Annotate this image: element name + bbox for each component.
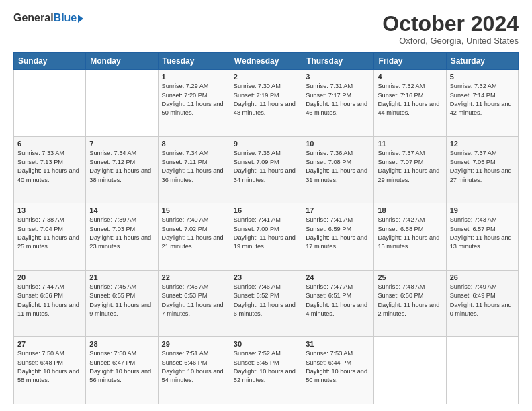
day-info: Sunrise: 7:32 AM Sunset: 7:14 PM Dayligh… bbox=[450, 82, 515, 118]
day-number: 17 bbox=[306, 206, 370, 214]
day-number: 9 bbox=[234, 140, 298, 148]
day-number: 28 bbox=[89, 340, 154, 348]
day-info: Sunrise: 7:29 AM Sunset: 7:20 PM Dayligh… bbox=[162, 82, 226, 118]
day-number: 20 bbox=[17, 273, 82, 281]
calendar-week-row: 1Sunrise: 7:29 AM Sunset: 7:20 PM Daylig… bbox=[14, 70, 519, 137]
day-number: 4 bbox=[378, 73, 442, 81]
table-row: 1Sunrise: 7:29 AM Sunset: 7:20 PM Daylig… bbox=[158, 70, 230, 137]
day-number: 8 bbox=[162, 140, 226, 148]
table-row: 4Sunrise: 7:32 AM Sunset: 7:16 PM Daylig… bbox=[374, 70, 446, 137]
day-number: 3 bbox=[306, 73, 370, 81]
day-number: 31 bbox=[306, 340, 370, 348]
day-info: Sunrise: 7:45 AM Sunset: 6:55 PM Dayligh… bbox=[89, 283, 154, 318]
day-info: Sunrise: 7:37 AM Sunset: 7:07 PM Dayligh… bbox=[378, 149, 442, 185]
table-row: 23Sunrise: 7:46 AM Sunset: 6:52 PM Dayli… bbox=[230, 270, 302, 337]
logo-general-text: General bbox=[13, 12, 54, 24]
calendar-week-row: 13Sunrise: 7:38 AM Sunset: 7:04 PM Dayli… bbox=[14, 203, 519, 271]
location-text: Oxford, Georgia, United States bbox=[382, 36, 519, 46]
day-number: 18 bbox=[378, 206, 442, 214]
day-number: 14 bbox=[89, 206, 154, 214]
month-title: October 2024 bbox=[382, 12, 519, 36]
table-row: 10Sunrise: 7:36 AM Sunset: 7:08 PM Dayli… bbox=[302, 136, 374, 203]
table-row: 21Sunrise: 7:45 AM Sunset: 6:55 PM Dayli… bbox=[86, 270, 158, 337]
day-info: Sunrise: 7:47 AM Sunset: 6:51 PM Dayligh… bbox=[306, 283, 370, 318]
table-row bbox=[86, 70, 158, 137]
day-info: Sunrise: 7:39 AM Sunset: 7:03 PM Dayligh… bbox=[89, 216, 154, 251]
day-info: Sunrise: 7:34 AM Sunset: 7:11 PM Dayligh… bbox=[162, 149, 226, 185]
logo: General Blue bbox=[13, 12, 83, 24]
logo-arrow-icon bbox=[78, 15, 83, 23]
day-number: 25 bbox=[378, 273, 442, 281]
day-info: Sunrise: 7:33 AM Sunset: 7:13 PM Dayligh… bbox=[17, 149, 82, 185]
table-row: 30Sunrise: 7:52 AM Sunset: 6:45 PM Dayli… bbox=[230, 337, 302, 404]
header-tuesday: Tuesday bbox=[158, 53, 230, 70]
table-row: 3Sunrise: 7:31 AM Sunset: 7:17 PM Daylig… bbox=[302, 70, 374, 137]
calendar-week-row: 20Sunrise: 7:44 AM Sunset: 6:56 PM Dayli… bbox=[14, 270, 519, 337]
table-row: 27Sunrise: 7:50 AM Sunset: 6:48 PM Dayli… bbox=[14, 337, 86, 404]
day-number: 26 bbox=[450, 273, 515, 281]
day-info: Sunrise: 7:46 AM Sunset: 6:52 PM Dayligh… bbox=[234, 283, 298, 318]
day-info: Sunrise: 7:50 AM Sunset: 6:47 PM Dayligh… bbox=[89, 349, 154, 385]
day-number: 12 bbox=[450, 140, 515, 148]
day-info: Sunrise: 7:41 AM Sunset: 7:00 PM Dayligh… bbox=[234, 216, 298, 251]
day-info: Sunrise: 7:45 AM Sunset: 6:53 PM Dayligh… bbox=[162, 283, 226, 318]
table-row: 25Sunrise: 7:48 AM Sunset: 6:50 PM Dayli… bbox=[374, 270, 446, 337]
table-row: 20Sunrise: 7:44 AM Sunset: 6:56 PM Dayli… bbox=[14, 270, 86, 337]
day-number: 24 bbox=[306, 273, 370, 281]
table-row: 8Sunrise: 7:34 AM Sunset: 7:11 PM Daylig… bbox=[158, 136, 230, 203]
day-number: 29 bbox=[162, 340, 226, 348]
title-section: October 2024 Oxford, Georgia, United Sta… bbox=[382, 12, 519, 46]
table-row: 22Sunrise: 7:45 AM Sunset: 6:53 PM Dayli… bbox=[158, 270, 230, 337]
day-number: 15 bbox=[162, 206, 226, 214]
calendar-page: General Blue October 2024 Oxford, Georgi… bbox=[0, 0, 532, 411]
table-row: 26Sunrise: 7:49 AM Sunset: 6:49 PM Dayli… bbox=[446, 270, 518, 337]
day-info: Sunrise: 7:31 AM Sunset: 7:17 PM Dayligh… bbox=[306, 82, 370, 118]
day-number: 19 bbox=[450, 206, 515, 214]
calendar-week-row: 6Sunrise: 7:33 AM Sunset: 7:13 PM Daylig… bbox=[14, 136, 519, 203]
table-row: 13Sunrise: 7:38 AM Sunset: 7:04 PM Dayli… bbox=[14, 203, 86, 271]
day-number: 11 bbox=[378, 140, 442, 148]
calendar-week-row: 27Sunrise: 7:50 AM Sunset: 6:48 PM Dayli… bbox=[14, 337, 519, 404]
day-number: 21 bbox=[89, 273, 154, 281]
header: General Blue October 2024 Oxford, Georgi… bbox=[13, 12, 519, 46]
day-info: Sunrise: 7:30 AM Sunset: 7:19 PM Dayligh… bbox=[234, 82, 298, 118]
header-friday: Friday bbox=[374, 53, 446, 70]
header-thursday: Thursday bbox=[302, 53, 374, 70]
table-row bbox=[14, 70, 86, 137]
day-info: Sunrise: 7:51 AM Sunset: 6:46 PM Dayligh… bbox=[162, 349, 226, 385]
table-row: 17Sunrise: 7:41 AM Sunset: 6:59 PM Dayli… bbox=[302, 203, 374, 271]
calendar-table: Sunday Monday Tuesday Wednesday Thursday… bbox=[13, 52, 519, 404]
table-row: 19Sunrise: 7:43 AM Sunset: 6:57 PM Dayli… bbox=[446, 203, 518, 271]
table-row: 6Sunrise: 7:33 AM Sunset: 7:13 PM Daylig… bbox=[14, 136, 86, 203]
day-info: Sunrise: 7:41 AM Sunset: 6:59 PM Dayligh… bbox=[306, 216, 370, 251]
day-number: 23 bbox=[234, 273, 298, 281]
day-info: Sunrise: 7:50 AM Sunset: 6:48 PM Dayligh… bbox=[17, 349, 82, 385]
day-number: 5 bbox=[450, 73, 515, 81]
day-info: Sunrise: 7:37 AM Sunset: 7:05 PM Dayligh… bbox=[450, 149, 515, 185]
day-info: Sunrise: 7:43 AM Sunset: 6:57 PM Dayligh… bbox=[450, 216, 515, 251]
table-row: 2Sunrise: 7:30 AM Sunset: 7:19 PM Daylig… bbox=[230, 70, 302, 137]
day-info: Sunrise: 7:42 AM Sunset: 6:58 PM Dayligh… bbox=[378, 216, 442, 251]
day-info: Sunrise: 7:49 AM Sunset: 6:49 PM Dayligh… bbox=[450, 283, 515, 318]
day-number: 6 bbox=[17, 140, 82, 148]
table-row: 7Sunrise: 7:34 AM Sunset: 7:12 PM Daylig… bbox=[86, 136, 158, 203]
table-row: 5Sunrise: 7:32 AM Sunset: 7:14 PM Daylig… bbox=[446, 70, 518, 137]
table-row: 24Sunrise: 7:47 AM Sunset: 6:51 PM Dayli… bbox=[302, 270, 374, 337]
header-sunday: Sunday bbox=[14, 53, 86, 70]
day-number: 2 bbox=[234, 73, 298, 81]
day-number: 7 bbox=[89, 140, 154, 148]
table-row: 29Sunrise: 7:51 AM Sunset: 6:46 PM Dayli… bbox=[158, 337, 230, 404]
table-row: 31Sunrise: 7:53 AM Sunset: 6:44 PM Dayli… bbox=[302, 337, 374, 404]
day-info: Sunrise: 7:52 AM Sunset: 6:45 PM Dayligh… bbox=[234, 349, 298, 385]
day-number: 10 bbox=[306, 140, 370, 148]
day-info: Sunrise: 7:38 AM Sunset: 7:04 PM Dayligh… bbox=[17, 216, 82, 251]
table-row: 18Sunrise: 7:42 AM Sunset: 6:58 PM Dayli… bbox=[374, 203, 446, 271]
day-number: 13 bbox=[17, 206, 82, 214]
day-info: Sunrise: 7:36 AM Sunset: 7:08 PM Dayligh… bbox=[306, 149, 370, 185]
table-row: 11Sunrise: 7:37 AM Sunset: 7:07 PM Dayli… bbox=[374, 136, 446, 203]
table-row: 15Sunrise: 7:40 AM Sunset: 7:02 PM Dayli… bbox=[158, 203, 230, 271]
table-row bbox=[374, 337, 446, 404]
table-row: 16Sunrise: 7:41 AM Sunset: 7:00 PM Dayli… bbox=[230, 203, 302, 271]
day-info: Sunrise: 7:48 AM Sunset: 6:50 PM Dayligh… bbox=[378, 283, 442, 318]
header-monday: Monday bbox=[86, 53, 158, 70]
